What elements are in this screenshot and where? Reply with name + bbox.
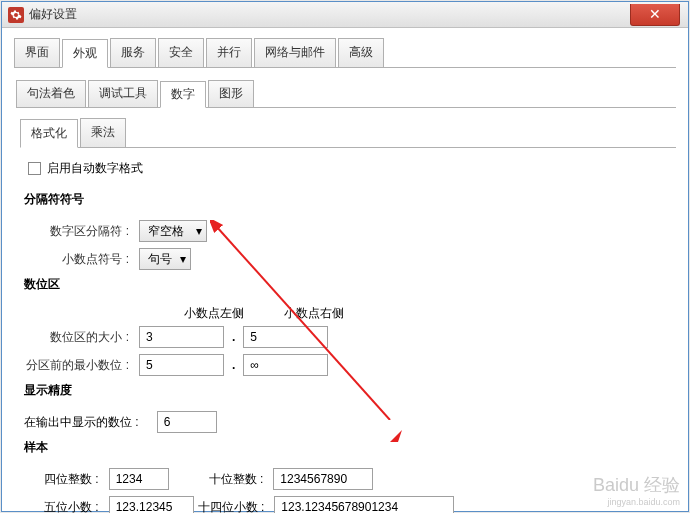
- gear-icon: [8, 7, 24, 23]
- tab-graphics[interactable]: 图形: [208, 80, 254, 107]
- tab-syntax[interactable]: 句法着色: [16, 80, 86, 107]
- decimal-symbol-dropdown[interactable]: 句号 ▾: [139, 248, 191, 270]
- digit-separator-dropdown[interactable]: 窄空格 ▾: [139, 220, 207, 242]
- tab-debug[interactable]: 调试工具: [88, 80, 158, 107]
- separator-section-title: 分隔符符号: [24, 191, 676, 208]
- auto-format-checkbox[interactable]: [28, 162, 41, 175]
- auto-format-label: 启用自动数字格式: [47, 160, 143, 177]
- chevron-down-icon: ▾: [196, 224, 202, 238]
- titlebar: 偏好设置 ✕: [2, 2, 688, 28]
- chevron-down-icon: ▾: [180, 252, 186, 266]
- four-int-label: 四位整数 :: [44, 471, 99, 488]
- five-dec-value[interactable]: [109, 496, 194, 513]
- close-button[interactable]: ✕: [630, 4, 680, 26]
- tab-multiply[interactable]: 乘法: [80, 118, 126, 147]
- digitzone-section-title: 数位区: [24, 276, 676, 293]
- tab-interface[interactable]: 界面: [14, 38, 60, 67]
- digit-separator-label: 数字区分隔符 :: [24, 223, 139, 240]
- output-digits-input[interactable]: [157, 411, 217, 433]
- output-digits-label: 在输出中显示的数位 :: [24, 414, 149, 431]
- col-right-header: 小数点右侧: [264, 305, 364, 322]
- tab-advanced[interactable]: 高级: [338, 38, 384, 67]
- tab-appearance[interactable]: 外观: [62, 39, 108, 68]
- third-tabs: 格式化 乘法: [20, 118, 676, 148]
- min-digits-right-input[interactable]: [243, 354, 328, 376]
- close-icon: ✕: [649, 6, 661, 22]
- precision-section-title: 显示精度: [24, 382, 676, 399]
- four-int-value[interactable]: [109, 468, 169, 490]
- dot-separator: .: [232, 358, 235, 372]
- main-tabs: 界面 外观 服务 安全 并行 网络与邮件 高级: [14, 38, 676, 68]
- fourteen-dec-value[interactable]: [274, 496, 454, 513]
- sample-section-title: 样本: [24, 439, 676, 456]
- dot-separator: .: [232, 330, 235, 344]
- sub-tabs: 句法着色 调试工具 数字 图形: [16, 80, 676, 108]
- zone-size-right-input[interactable]: [243, 326, 328, 348]
- tab-formatting[interactable]: 格式化: [20, 119, 78, 148]
- decimal-symbol-label: 小数点符号 :: [24, 251, 139, 268]
- tab-numbers[interactable]: 数字: [160, 81, 206, 108]
- preferences-window: 偏好设置 ✕ 界面 外观 服务 安全 并行 网络与邮件 高级 句法着色 调试工具…: [1, 1, 689, 512]
- zone-size-label: 数位区的大小 :: [24, 329, 139, 346]
- zone-size-left-input[interactable]: [139, 326, 224, 348]
- tab-services[interactable]: 服务: [110, 38, 156, 67]
- window-title: 偏好设置: [29, 6, 77, 23]
- fourteen-dec-label: 十四位小数 :: [198, 499, 265, 514]
- tab-parallel[interactable]: 并行: [206, 38, 252, 67]
- tab-network[interactable]: 网络与邮件: [254, 38, 336, 67]
- min-digits-label: 分区前的最小数位 :: [24, 357, 139, 374]
- ten-int-label: 十位整数 :: [209, 471, 264, 488]
- ten-int-value[interactable]: [273, 468, 373, 490]
- five-dec-label: 五位小数 :: [44, 499, 99, 514]
- col-left-header: 小数点左侧: [164, 305, 264, 322]
- tab-security[interactable]: 安全: [158, 38, 204, 67]
- min-digits-left-input[interactable]: [139, 354, 224, 376]
